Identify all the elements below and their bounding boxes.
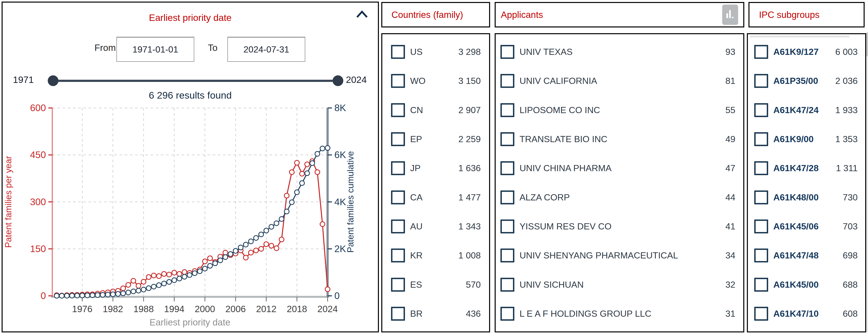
svg-text:0: 0 [334,291,340,301]
country-row: WO 3 150 [382,74,489,88]
country-checkbox[interactable] [391,278,405,292]
ipc-checkbox[interactable] [754,74,768,88]
country-checkbox[interactable] [391,307,405,321]
svg-text:450: 450 [30,149,46,160]
applicant-name: ALZA CORP [520,192,570,203]
svg-text:Earliest priority date: Earliest priority date [150,317,230,328]
country-code: CN [410,105,423,115]
country-checkbox[interactable] [391,132,405,146]
to-date-input[interactable] [227,37,305,62]
applicant-count: 32 [721,279,735,290]
ipc-count: 2 036 [831,76,858,86]
svg-text:150: 150 [30,243,46,254]
country-checkbox[interactable] [391,161,405,175]
ipc-count: 730 [839,192,858,203]
slider-max-label: 2024 [346,74,367,85]
ipc-code: A61P35/00 [773,76,818,86]
applicant-count: 31 [721,308,735,319]
panel-title: Earliest priority date [3,12,378,23]
svg-text:Patent families per year: Patent families per year [3,156,13,248]
svg-text:1994: 1994 [164,304,184,314]
country-count: 1 636 [454,163,481,173]
applicant-row: UNIV SICHUAN 32 [496,278,743,292]
ipc-checkbox[interactable] [754,132,768,146]
ipc-checkbox[interactable] [754,307,768,321]
applicant-name: L E A F HOLDINGS GROUP LLC [520,308,651,319]
applicant-checkbox[interactable] [500,278,514,292]
country-checkbox[interactable] [391,191,405,204]
applicants-title: Applicants [501,9,543,20]
country-row: US 3 298 [382,45,489,59]
country-checkbox[interactable] [391,45,405,59]
applicant-name: TRANSLATE BIO INC [520,134,608,144]
country-count: 570 [462,279,481,290]
applicant-count: 47 [721,163,735,173]
svg-text:2006: 2006 [225,304,246,314]
svg-text:1988: 1988 [133,304,154,314]
patent-analytics-screen: Earliest priority date From To 1971 2024… [0,0,868,334]
applicant-checkbox[interactable] [500,220,514,233]
ipc-row: A61K9/00 1 353 [748,132,865,146]
applicant-checkbox[interactable] [500,103,514,117]
from-date-input[interactable] [116,37,194,62]
applicant-count: 44 [721,192,735,203]
ipc-count: 1 311 [832,163,858,173]
svg-text:300: 300 [30,197,46,207]
vertical-scrollbar[interactable] [866,32,868,333]
applicant-checkbox[interactable] [500,132,514,146]
applicant-checkbox[interactable] [500,307,514,321]
applicant-row: UNIV CALIFORNIA 81 [496,74,743,88]
ipc-checkbox[interactable] [754,248,768,262]
ipc-count: 6 003 [831,47,858,57]
svg-text:1982: 1982 [103,304,123,314]
country-checkbox[interactable] [391,74,405,88]
country-code: CA [410,192,423,203]
applicant-checkbox[interactable] [500,191,514,204]
country-checkbox[interactable] [391,248,405,262]
ipc-checkbox[interactable] [754,191,768,204]
ipc-count: 698 [839,250,858,261]
svg-text:0: 0 [40,291,46,301]
ipc-code: A61K47/24 [773,105,819,115]
ipc-count: 1 933 [831,105,858,115]
country-code: WO [410,76,426,86]
applicant-checkbox[interactable] [500,74,514,88]
applicant-count: 41 [721,221,735,232]
ipc-code: A61K9/00 [773,134,814,144]
ipc-row: A61P35/00 2 036 [748,74,865,88]
earliest-priority-date-panel: Earliest priority date From To 1971 2024… [2,2,379,332]
slider-handle-min[interactable] [48,75,59,86]
ipc-checkbox[interactable] [754,103,768,117]
applicant-checkbox[interactable] [500,248,514,262]
ipc-checkbox[interactable] [754,278,768,292]
country-row: EP 2 259 [382,132,489,146]
country-row: KR 1 008 [382,248,489,262]
svg-text:2K: 2K [334,243,346,254]
applicant-checkbox[interactable] [500,161,514,175]
ipc-code: A61K47/10 [773,308,819,319]
applicant-row: UNIV SHENYANG PHARMACEUTICAL 34 [496,248,743,262]
bar-chart-button[interactable] [722,5,738,25]
ipc-row: A61K47/28 1 311 [748,161,865,175]
country-code: BR [410,308,423,319]
horizontal-scrollbar[interactable] [750,36,849,37]
applicant-name: UNIV CALIFORNIA [520,76,597,86]
country-checkbox[interactable] [391,220,405,233]
country-checkbox[interactable] [391,103,405,117]
applicants-list: UNIV TEXAS 93 UNIV CALIFORNIA 81 LIPOSOM… [495,33,744,332]
slider-min-label: 1971 [13,74,34,85]
slider-handle-max[interactable] [333,75,343,86]
ipc-checkbox[interactable] [754,45,768,59]
country-row: AU 1 343 [382,220,489,233]
ipc-checkbox[interactable] [754,220,768,233]
country-count: 2 907 [454,105,481,115]
applicant-count: 81 [721,76,735,86]
vertical-scrollbar-thumb[interactable] [866,32,868,56]
applicant-checkbox[interactable] [500,45,514,59]
chevron-up-icon[interactable] [356,10,368,19]
date-range-slider-track[interactable] [53,80,338,82]
ipc-checkbox[interactable] [754,161,768,175]
country-count: 3 150 [454,76,481,86]
from-label: From [94,42,116,53]
ipc-code: A61K48/00 [773,192,819,203]
